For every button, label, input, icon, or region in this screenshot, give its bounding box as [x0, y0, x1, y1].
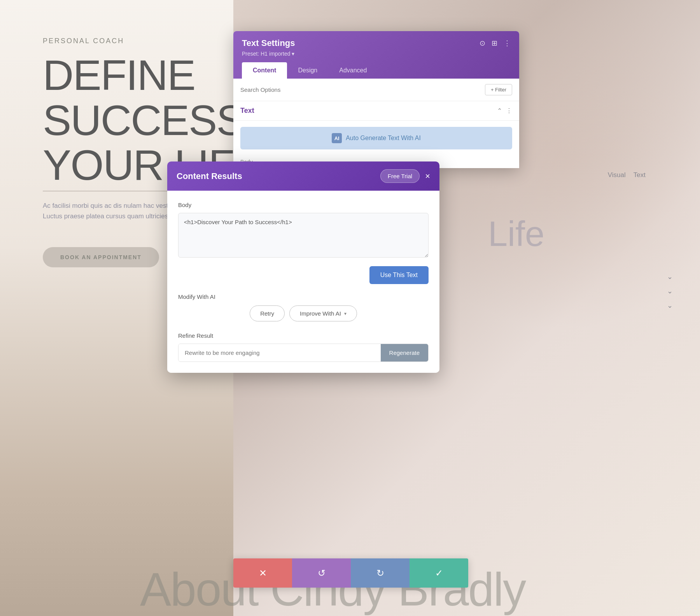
chevron-down-icon-1[interactable]: ⌄ [667, 272, 673, 281]
modify-buttons: Retry Improve With AI ▾ [178, 305, 429, 321]
refine-section: Refine Result Regenerate [178, 332, 429, 362]
panel-header: Text Settings ⊙ ⊞ ⋮ Preset: H1 imported … [233, 31, 519, 79]
body-textarea[interactable]: <h1>Discover Your Path to Success</h1> [178, 213, 429, 258]
text-settings-panel: Text Settings ⊙ ⊞ ⋮ Preset: H1 imported … [233, 31, 519, 168]
search-options-input[interactable] [240, 86, 480, 93]
text-section-icons: ⌃ ⋮ [497, 107, 512, 114]
filter-button[interactable]: + Filter [485, 84, 512, 95]
tab-text[interactable]: Text [634, 171, 646, 181]
modal-title: Content Results [177, 171, 242, 181]
improve-chevron-icon: ▾ [344, 311, 346, 316]
free-trial-badge[interactable]: Free Trial [380, 169, 420, 183]
body-label: Body [178, 202, 429, 208]
refine-input[interactable] [178, 344, 381, 362]
retry-button[interactable]: Retry [250, 305, 285, 321]
collapse-icon[interactable]: ⌃ [497, 107, 502, 114]
improve-with-ai-button[interactable]: Improve With AI ▾ [289, 305, 357, 321]
text-section-header: Text ⌃ ⋮ [233, 101, 519, 121]
bottom-toolbar: ✕ ↺ ↻ ✓ [233, 558, 468, 588]
visual-text-tabs: Visual Text [608, 171, 646, 181]
cancel-button[interactable]: ✕ [233, 558, 292, 588]
tab-design[interactable]: Design [287, 62, 328, 79]
refine-label: Refine Result [178, 332, 429, 339]
panel-title: Text Settings [242, 38, 295, 48]
tab-visual[interactable]: Visual [608, 171, 626, 181]
search-filter-row: + Filter [233, 79, 519, 101]
regenerate-button[interactable]: Regenerate [381, 344, 428, 362]
screenshot-icon[interactable]: ⊙ [480, 39, 485, 47]
ai-generate-label: Auto Generate Text With AI [346, 135, 421, 142]
modal-header-right: Free Trial × [380, 169, 430, 183]
panel-body: + Filter Text ⌃ ⋮ AI Auto Generate Text … [233, 79, 519, 168]
modify-label: Modify With AI [178, 293, 429, 300]
confirm-button[interactable]: ✓ [410, 558, 468, 588]
grid-icon[interactable]: ⊞ [492, 39, 497, 47]
tab-advanced[interactable]: Advanced [328, 62, 378, 79]
more-options-icon[interactable]: ⋮ [504, 39, 511, 47]
panel-header-icons: ⊙ ⊞ ⋮ [480, 39, 511, 47]
ai-generate-button[interactable]: AI Auto Generate Text With AI [240, 127, 512, 149]
chevron-down-icon-2[interactable]: ⌄ [667, 287, 673, 295]
chevron-down-icon-3[interactable]: ⌄ [667, 301, 673, 310]
modify-section: Modify With AI Retry Improve With AI ▾ [178, 293, 429, 321]
panel-preset[interactable]: Preset: H1 imported ▾ [242, 51, 511, 57]
content-results-modal: Content Results Free Trial × Body <h1>Di… [167, 161, 439, 373]
dots-icon[interactable]: ⋮ [506, 107, 512, 114]
modal-close-button[interactable]: × [425, 171, 430, 181]
right-panel-arrows: ⌄ ⌄ ⌄ [642, 272, 673, 310]
modal-header: Content Results Free Trial × [167, 161, 439, 191]
text-section-label: Text [240, 107, 254, 115]
tab-content[interactable]: Content [242, 62, 287, 79]
use-this-text-button[interactable]: Use This Text [369, 266, 429, 284]
refine-input-row: Regenerate [178, 344, 429, 362]
redo-button[interactable]: ↻ [351, 558, 410, 588]
panel-tabs: Content Design Advanced [242, 62, 511, 79]
personal-coach-label: PERSONAL COACH [43, 37, 124, 45]
modal-body: Body <h1>Discover Your Path to Success</… [167, 191, 439, 373]
book-appointment-button[interactable]: BOOK AN APPOINTMENT [43, 247, 159, 267]
ai-icon: AI [332, 133, 342, 143]
undo-button[interactable]: ↺ [292, 558, 351, 588]
life-text: Life [488, 214, 544, 254]
